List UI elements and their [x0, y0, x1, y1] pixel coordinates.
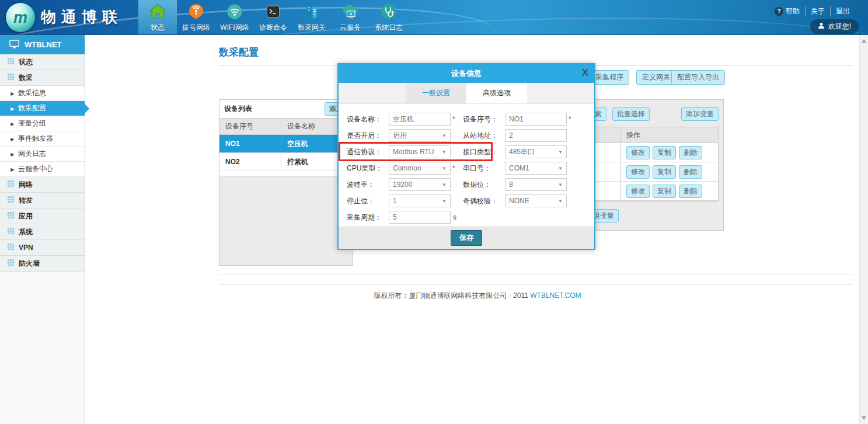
topbar-links: ? 帮助 关于 退出: [769, 6, 855, 16]
delete-button[interactable]: 删除: [679, 146, 702, 159]
sidebar-item-vpn[interactable]: VPN: [0, 240, 85, 256]
sidebar-item-network[interactable]: 网络: [0, 177, 85, 193]
divider: [219, 274, 853, 275]
dialog-header: 设备信息 X: [339, 64, 594, 83]
protocol-select[interactable]: Modbus RTU▼: [389, 145, 451, 158]
delete-button[interactable]: 删除: [679, 165, 702, 179]
sidebar-item-forward[interactable]: 转发: [0, 193, 85, 208]
question-icon: ?: [775, 7, 783, 16]
dialog-footer: 保存: [339, 227, 594, 249]
config-import-export-button[interactable]: 配置导入导出: [671, 70, 725, 85]
device-name-label: 设备名称：: [347, 114, 389, 124]
parity-select[interactable]: NONE▼: [505, 194, 567, 207]
define-gateway-button[interactable]: 定义网关: [636, 70, 676, 85]
device-row-no1[interactable]: NO1 空压机: [219, 135, 353, 153]
sidebar-header: WTBLNET: [0, 35, 85, 54]
grid-icon: [7, 259, 15, 268]
sidebar-item-application[interactable]: 应用: [0, 208, 85, 224]
grid-icon: [7, 227, 15, 237]
sidebar-item-cloud-center[interactable]: ▶ 云服务中心: [0, 162, 85, 177]
main-nav: 状态 拨号网络 WIFI网络 诊断命令: [138, 0, 408, 35]
nav-system-log[interactable]: 系统日志: [369, 0, 408, 35]
baud-rate-label: 波特率：: [347, 180, 389, 190]
copy-button[interactable]: 复制: [653, 185, 676, 198]
chevron-down-icon: ▼: [442, 133, 447, 138]
modify-button[interactable]: 修改: [626, 146, 650, 159]
sidebar-item-variable-group[interactable]: ▶ 变量分组: [0, 116, 85, 131]
caret-right-icon: ▶: [11, 121, 14, 126]
sidebar-item-event-trigger[interactable]: ▶ 事件触发器: [0, 131, 85, 147]
logout-link[interactable]: 退出: [830, 6, 855, 16]
iface-type-label: 接口类型：: [463, 147, 505, 157]
nav-cloud-service[interactable]: 云服务: [331, 0, 369, 35]
slave-addr-label: 从站地址：: [463, 131, 505, 141]
sidebar-item-gateway-log[interactable]: ▶ 网关日志: [0, 147, 85, 162]
stop-bits-select[interactable]: 1▼: [389, 194, 451, 207]
required-asterisk: *: [452, 164, 457, 172]
caret-right-icon: ▶: [11, 106, 14, 111]
protocol-label: 通信协议：: [347, 147, 389, 157]
device-list-title: 设备列表: [224, 104, 252, 114]
nav-diagnostic-command[interactable]: 诊断命令: [254, 0, 292, 35]
chevron-down-icon: ▼: [558, 166, 563, 171]
enabled-select[interactable]: 启用▼: [389, 129, 451, 142]
sidebar-item-system[interactable]: 系统: [0, 224, 85, 240]
modify-button[interactable]: 修改: [626, 185, 650, 198]
nav-wifi-network[interactable]: WIFI网络: [215, 0, 254, 35]
com-port-label: 串口号：: [463, 164, 505, 173]
device-table-header: 设备序号 设备名称: [219, 119, 353, 135]
tab-general-settings[interactable]: 一般设置: [406, 83, 466, 103]
vertical-scrollbar[interactable]: [859, 35, 868, 424]
data-bits-label: 数据位：: [463, 180, 505, 190]
device-no-input[interactable]: NO1: [505, 113, 567, 126]
cpu-type-select[interactable]: Common▼: [389, 162, 451, 175]
delete-button[interactable]: 删除: [679, 185, 702, 198]
sidebar-item-firewall[interactable]: 防火墙: [0, 256, 85, 272]
scroll-down-icon[interactable]: [862, 416, 866, 420]
scroll-up-icon[interactable]: [862, 39, 866, 43]
baud-rate-select[interactable]: 19200▼: [389, 178, 451, 191]
copy-button[interactable]: 复制: [653, 146, 676, 159]
sidebar-item-status[interactable]: 状态: [0, 54, 85, 70]
add-variable-button[interactable]: 添加变量: [681, 107, 719, 121]
sidebar-item-datacollect-info[interactable]: ▶ 数采信息: [0, 86, 85, 101]
iface-type-select[interactable]: 485串口▼: [505, 145, 567, 158]
dialog-tabs: 一般设置 高级选项: [339, 83, 594, 104]
poll-period-label: 采集周期：: [347, 213, 389, 223]
footer-copyright: 版权所有：厦门物通博联网络科技有限公司 · 2011 WTBLNET.COM: [219, 291, 736, 301]
device-table-footer: [219, 171, 353, 176]
chevron-down-icon: ▼: [442, 166, 447, 171]
enabled-label: 是否开启：: [347, 131, 389, 141]
sidebar-item-datacollect-config[interactable]: ▶ 数采配置: [0, 101, 85, 116]
device-row-no2[interactable]: NO2 拧紧机: [219, 153, 353, 171]
cloud-monitor-icon: [341, 1, 360, 22]
page-title: 数采配置: [219, 46, 259, 59]
com-port-select[interactable]: COM1▼: [505, 162, 567, 175]
slave-addr-input[interactable]: 2: [505, 129, 567, 142]
dialog-form: 设备名称： 空压机 * 设备序号： NO1 * 是否开启： 启用▼ 从站地址： …: [339, 104, 594, 227]
required-asterisk: *: [569, 115, 573, 123]
device-list-panel: 设备列表 添加 设备序号 设备名称 NO1 空压机 NO2 拧紧机: [219, 99, 353, 266]
caret-right-icon: ▶: [11, 166, 14, 172]
help-link[interactable]: ? 帮助: [769, 6, 805, 16]
save-button[interactable]: 保存: [451, 230, 482, 246]
stop-bits-label: 停止位：: [347, 196, 389, 206]
modify-button[interactable]: 修改: [626, 165, 650, 179]
welcome-button[interactable]: 欢迎您!: [810, 19, 859, 34]
batch-select-button[interactable]: 批量选择: [612, 107, 650, 121]
grid-icon: [7, 57, 15, 67]
nav-status[interactable]: 状态: [138, 0, 177, 35]
tab-advanced-options[interactable]: 高级选项: [466, 83, 527, 103]
copy-button[interactable]: 复制: [653, 165, 676, 179]
nav-dial-network[interactable]: 拨号网络: [177, 0, 215, 35]
about-link[interactable]: 关于: [805, 6, 830, 16]
sidebar-item-datacollect[interactable]: 数采: [0, 70, 85, 86]
device-name-input[interactable]: 空压机: [389, 113, 451, 126]
device-info-dialog: 设备信息 X 一般设置 高级选项 设备名称： 空压机 * 设备序号： NO1 *…: [337, 63, 595, 250]
poll-period-input[interactable]: 5: [389, 211, 451, 224]
footer-link[interactable]: WTBLNET.COM: [530, 291, 581, 300]
poll-period-unit: s: [453, 213, 456, 221]
data-bits-select[interactable]: 8▼: [505, 178, 567, 191]
close-icon[interactable]: X: [582, 67, 588, 79]
nav-data-gateway[interactable]: 数采网关: [292, 0, 331, 35]
